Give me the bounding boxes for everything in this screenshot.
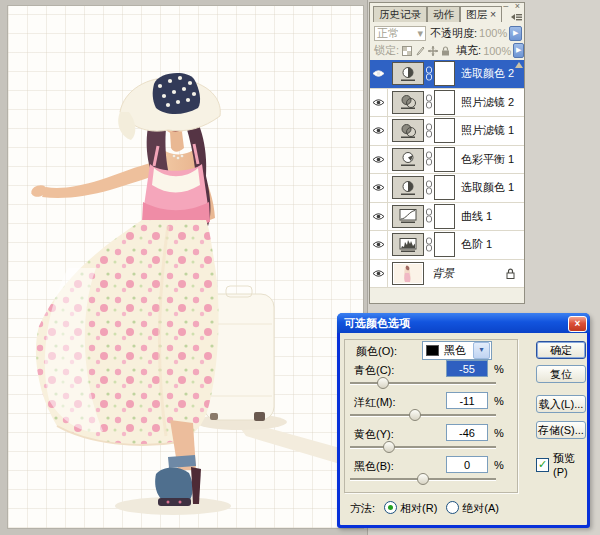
opacity-arrow-icon[interactable]: ▶	[509, 26, 522, 41]
selective-color-icon[interactable]	[392, 176, 424, 199]
lock-label: 锁定:	[374, 43, 399, 58]
link-icon[interactable]	[425, 66, 433, 82]
link-icon[interactable]	[425, 94, 433, 110]
photo-filter-icon[interactable]	[392, 91, 424, 114]
layer-row-photo-filter-2[interactable]: 照片滤镜 2	[370, 89, 524, 118]
tab-close-icon[interactable]: ×	[490, 8, 496, 20]
layer-row-background[interactable]: 背景	[370, 260, 524, 289]
eye-icon[interactable]	[372, 126, 385, 135]
levels-icon[interactable]	[392, 233, 424, 256]
layer-mask-thumbnail[interactable]	[434, 147, 455, 172]
background-thumbnail[interactable]	[392, 262, 424, 285]
layer-row-levels-1[interactable]: 色阶 1	[370, 231, 524, 260]
layer-name[interactable]: 选取颜色 1	[461, 180, 514, 195]
radio-selected-icon[interactable]	[384, 501, 397, 514]
blend-mode-select[interactable]: 正常▾	[374, 26, 426, 41]
checkbox-checked-icon[interactable]: ✓	[536, 458, 549, 472]
layer-row-photo-filter-1[interactable]: 照片滤镜 1	[370, 117, 524, 146]
dialog-titlebar[interactable]: 可选颜色选项 ×	[337, 313, 590, 333]
eye-icon[interactable]	[372, 212, 385, 221]
layer-name[interactable]: 照片滤镜 2	[461, 95, 514, 110]
yellow-value[interactable]: -46	[446, 424, 488, 441]
black-slider-thumb[interactable]	[417, 473, 429, 485]
color-label: 颜色(O):	[356, 344, 397, 359]
curves-icon[interactable]	[392, 205, 424, 228]
yellow-slider[interactable]	[350, 441, 496, 452]
layer-mask-thumbnail[interactable]	[434, 61, 455, 86]
layer-mask-thumbnail[interactable]	[434, 118, 455, 143]
eye-icon[interactable]	[372, 155, 385, 164]
preview-option[interactable]: ✓ 预览(P)	[536, 451, 587, 478]
photo-illustration	[8, 6, 363, 528]
lock-position-icon[interactable]	[428, 46, 438, 56]
link-icon[interactable]	[425, 208, 433, 224]
layer-row-color-balance-1[interactable]: 色彩平衡 1	[370, 146, 524, 175]
reset-button[interactable]: 复位	[536, 365, 586, 383]
black-label: 黑色(B):	[354, 459, 394, 474]
yellow-slider-thumb[interactable]	[383, 441, 395, 453]
layer-mask-thumbnail[interactable]	[434, 90, 455, 115]
link-icon[interactable]	[425, 237, 433, 253]
layer-mask-thumbnail[interactable]	[434, 232, 455, 257]
blend-mode-row: 正常▾ 不透明度: 100% ▶	[370, 24, 524, 42]
scroll-arrow-icon[interactable]	[515, 62, 523, 68]
eye-icon[interactable]	[372, 69, 385, 78]
eye-icon[interactable]	[372, 240, 385, 249]
tab-history[interactable]: 历史记录	[373, 6, 427, 22]
link-icon[interactable]	[425, 151, 433, 167]
layer-mask-thumbnail[interactable]	[434, 175, 455, 200]
color-balance-icon[interactable]	[392, 148, 424, 171]
method-relative-option[interactable]: 相对(R)	[384, 501, 437, 516]
eye-icon[interactable]	[372, 183, 385, 192]
layer-name[interactable]: 曲线 1	[461, 209, 492, 224]
method-row: 方法: 相对(R) 绝对(A)	[350, 501, 499, 516]
model-figure	[30, 73, 221, 506]
method-label: 方法:	[350, 501, 375, 516]
method-absolute-option[interactable]: 绝对(A)	[446, 501, 499, 516]
panel-tabs: 历史记录 动作 图层×	[370, 6, 523, 22]
eye-icon[interactable]	[372, 269, 385, 278]
black-value[interactable]: 0	[446, 456, 488, 473]
save-button[interactable]: 存储(S)...	[536, 421, 586, 439]
link-icon[interactable]	[425, 180, 433, 196]
layer-mask-thumbnail[interactable]	[434, 204, 455, 229]
layer-name[interactable]: 选取颜色 2	[461, 66, 514, 81]
fill-value[interactable]: 100%	[483, 45, 511, 57]
link-icon[interactable]	[425, 123, 433, 139]
layer-row-selective-color-2[interactable]: 选取颜色 2	[370, 60, 524, 89]
ok-button[interactable]: 确定	[536, 341, 586, 359]
layer-row-curves-1[interactable]: 曲线 1	[370, 203, 524, 232]
lock-transparency-icon[interactable]	[402, 46, 412, 56]
lock-pixels-icon[interactable]	[415, 46, 425, 56]
photo-filter-icon[interactable]	[392, 119, 424, 142]
yellow-unit: %	[494, 427, 504, 439]
tab-actions[interactable]: 动作	[427, 6, 460, 22]
chevron-down-icon[interactable]: ▾	[473, 342, 490, 359]
layer-row-selective-color-1[interactable]: 选取颜色 1	[370, 174, 524, 203]
color-select[interactable]: 黑色 ▾	[422, 341, 492, 360]
black-slider[interactable]	[350, 473, 496, 484]
layer-name[interactable]: 背景	[432, 266, 454, 281]
lock-all-icon[interactable]	[441, 46, 450, 56]
load-button[interactable]: 载入(L)...	[536, 395, 586, 413]
selective-color-icon[interactable]	[392, 62, 424, 85]
fill-arrow-icon[interactable]: ▶	[513, 43, 524, 58]
dialog-close-icon[interactable]: ×	[568, 316, 587, 332]
layer-name[interactable]: 照片滤镜 1	[461, 123, 514, 138]
magenta-slider-thumb[interactable]	[409, 409, 421, 421]
selective-color-dialog: 可选颜色选项 × 颜色(O): 黑色 ▾ 青色(C): -55 % 洋红(M):…	[337, 313, 590, 528]
chevron-down-icon: ▾	[417, 27, 423, 40]
cyan-slider-thumb[interactable]	[377, 377, 389, 389]
layer-name[interactable]: 色阶 1	[461, 237, 492, 252]
layer-name[interactable]: 色彩平衡 1	[461, 152, 514, 167]
opacity-value[interactable]: 100%	[479, 27, 507, 39]
magenta-value[interactable]: -11	[446, 392, 488, 409]
eye-icon[interactable]	[372, 98, 385, 107]
cyan-slider[interactable]	[350, 377, 496, 388]
radio-icon[interactable]	[446, 501, 459, 514]
panel-menu-icon[interactable]	[510, 11, 523, 23]
magenta-slider[interactable]	[350, 409, 496, 420]
cyan-value[interactable]: -55	[446, 360, 488, 377]
tab-layers[interactable]: 图层×	[460, 6, 502, 22]
magenta-label: 洋红(M):	[354, 395, 396, 410]
